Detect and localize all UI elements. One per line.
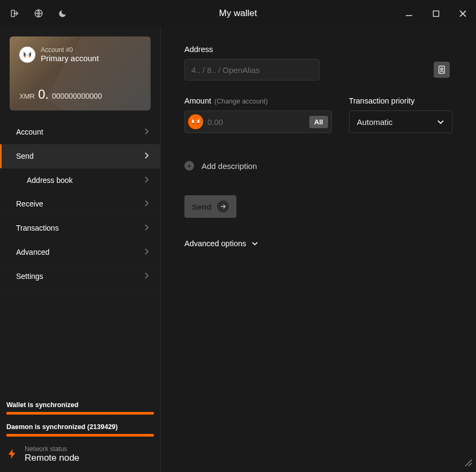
priority-select[interactable]: Automatic	[349, 110, 452, 133]
account-name: Primary account	[41, 54, 99, 63]
amount-all-button[interactable]: All	[309, 116, 328, 128]
close-button[interactable]	[449, 0, 476, 27]
network-status[interactable]: Network status Remote node	[6, 445, 154, 463]
account-number-label: Account #0	[41, 46, 99, 54]
priority-label: Transaction priority	[349, 97, 452, 105]
svg-rect-3	[433, 11, 438, 16]
svg-point-6	[21, 49, 33, 61]
chevron-right-icon	[144, 224, 148, 232]
svg-point-8	[441, 68, 443, 70]
address-input[interactable]	[184, 59, 319, 80]
nav-label: Receive	[16, 200, 43, 208]
chevron-right-icon	[144, 200, 148, 208]
nav-transactions[interactable]: Transactions	[0, 216, 160, 240]
nav-label: Transactions	[16, 224, 59, 232]
sidebar-status-area: Wallet is synchronized Daemon is synchro…	[0, 393, 160, 472]
network-status-label: Network status	[25, 445, 79, 453]
monero-logo-icon	[19, 47, 35, 63]
nav-settings[interactable]: Settings	[0, 264, 160, 289]
advanced-options-toggle[interactable]: Advanced options	[184, 239, 452, 248]
nav-label: Settings	[16, 272, 43, 281]
titlebar: My wallet	[0, 0, 476, 27]
address-label: Address	[184, 45, 452, 54]
wallet-sync-label: Wallet is synchronized	[6, 401, 154, 409]
chevron-right-icon	[144, 272, 148, 281]
nav-label: Send	[16, 152, 34, 160]
amount-input[interactable]	[207, 117, 309, 127]
plus-icon: +	[184, 161, 194, 171]
address-book-button[interactable]	[434, 62, 450, 78]
nav-account[interactable]: Account	[0, 120, 160, 144]
resize-handle-icon[interactable]	[464, 459, 473, 469]
nav-receive[interactable]: Receive	[0, 192, 160, 216]
chevron-right-icon	[144, 128, 148, 136]
main-panel: Address Amount (Change account) All	[161, 27, 476, 472]
nav-label: Advanced	[16, 248, 49, 256]
sidebar: Account #0 Primary account XMR 0.0000000…	[0, 27, 161, 472]
minimize-button[interactable]	[396, 0, 422, 27]
monero-icon	[188, 114, 203, 129]
advanced-options-label: Advanced options	[184, 239, 246, 248]
globe-icon[interactable]	[33, 8, 44, 19]
arrow-right-icon	[217, 201, 229, 212]
balance-display: XMR 0.000000000000	[19, 87, 102, 102]
add-description-label: Add description	[202, 161, 257, 171]
moon-icon[interactable]	[57, 8, 68, 19]
chevron-right-icon	[144, 152, 148, 160]
sidebar-nav: Account Send Address book Receive	[0, 120, 160, 289]
daemon-sync-bar	[6, 434, 154, 437]
chevron-down-icon	[251, 239, 258, 248]
network-status-value: Remote node	[25, 453, 79, 463]
window-title: My wallet	[219, 8, 257, 19]
logout-icon[interactable]	[10, 8, 20, 19]
amount-label: Amount	[184, 97, 211, 105]
maximize-button[interactable]	[422, 0, 449, 27]
send-button[interactable]: Send	[184, 195, 236, 218]
balance-whole: 0.	[38, 87, 49, 102]
daemon-sync-label: Daemon is synchronized (2139429)	[6, 423, 154, 431]
priority-value: Automatic	[357, 117, 393, 127]
chevron-right-icon	[144, 176, 148, 185]
chevron-down-icon	[437, 117, 444, 127]
account-card[interactable]: Account #0 Primary account XMR 0.0000000…	[10, 36, 151, 110]
nav-label: Address book	[27, 176, 73, 185]
nav-address-book[interactable]: Address book	[0, 168, 160, 192]
add-description-button[interactable]: + Add description	[184, 161, 452, 171]
balance-fraction: 000000000000	[52, 92, 102, 100]
change-account-link[interactable]: (Change account)	[214, 98, 267, 105]
chevron-right-icon	[144, 248, 148, 256]
wallet-sync-bar	[6, 412, 154, 415]
nav-send[interactable]: Send	[0, 144, 160, 168]
send-button-label: Send	[192, 202, 212, 211]
nav-label: Account	[16, 128, 43, 136]
amount-field: All	[184, 110, 332, 133]
currency-label: XMR	[19, 92, 35, 100]
bolt-icon	[6, 446, 18, 463]
nav-advanced[interactable]: Advanced	[0, 240, 160, 264]
